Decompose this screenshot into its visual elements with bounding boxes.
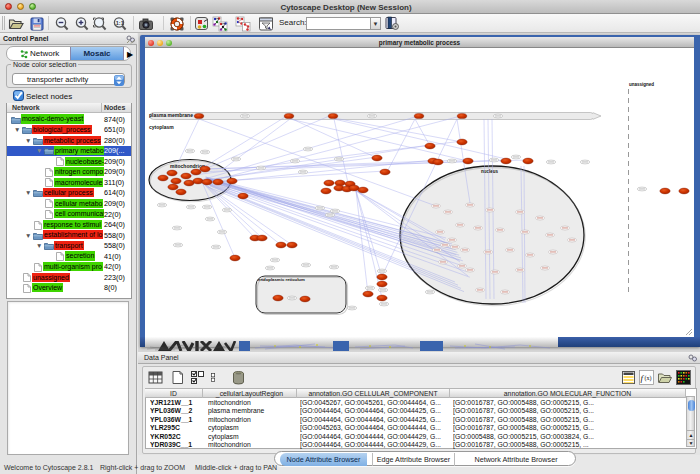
svg-text:nucleus: nucleus bbox=[481, 169, 499, 174]
svg-text:plasma membrane: plasma membrane bbox=[149, 112, 193, 118]
svg-text:cytoplasm: cytoplasm bbox=[149, 124, 174, 130]
svg-text:(x): (x) bbox=[645, 375, 652, 382]
svg-text:endoplasmic reticulum: endoplasmic reticulum bbox=[258, 277, 305, 282]
svg-text:unassigned: unassigned bbox=[629, 82, 654, 87]
